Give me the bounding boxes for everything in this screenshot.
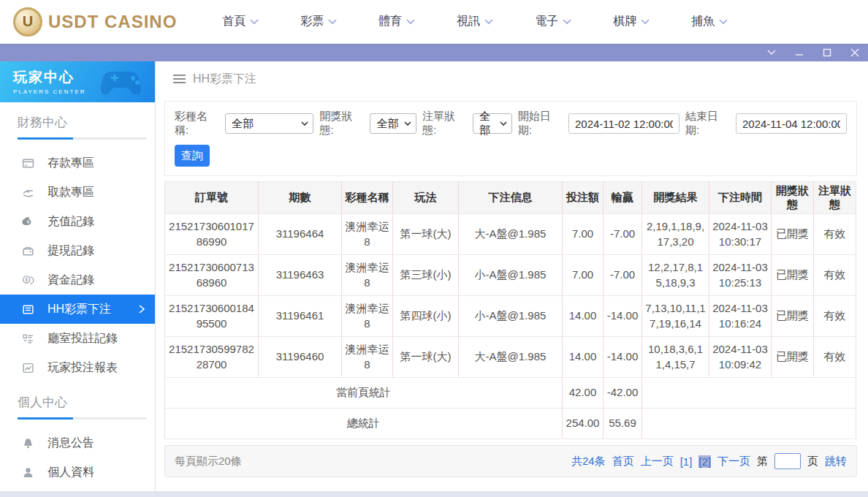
- bottom-strip: [0, 491, 868, 497]
- col-order-status: 注單狀態: [814, 182, 856, 214]
- sidebar-item-change-password[interactable]: 修改密碼: [0, 487, 155, 491]
- cell-lottery-name: 澳洲幸运8: [342, 255, 393, 296]
- section-title-personal: 個人中心: [18, 394, 155, 411]
- hamburger-menu-icon[interactable]: [173, 75, 186, 83]
- page-summary-label: 當前頁統計: [165, 378, 563, 409]
- col-order-no: 訂單號: [165, 182, 259, 214]
- cell-play-type: 第四球(小): [393, 296, 459, 337]
- sidebar-item-label: 消息公告: [47, 436, 94, 451]
- money-bag-icon: ¥: [22, 216, 34, 228]
- window-minimize-icon[interactable]: [793, 48, 805, 58]
- chevron-right-icon: [139, 305, 145, 314]
- sidebar-item-withdrawal-records[interactable]: 提現記錄: [0, 236, 155, 265]
- goto-jump-link[interactable]: 跳转: [825, 455, 847, 468]
- draw-status-select-value: 全部: [376, 117, 398, 131]
- main-nav: 首頁 彩票 體育 視訊 電子 棋牌 捕魚: [222, 14, 728, 29]
- sidebar-item-label: 取款專區: [47, 185, 94, 200]
- draw-status-filter-label: 開獎狀態:: [319, 110, 364, 137]
- svg-text:¥: ¥: [27, 219, 30, 224]
- col-bet-time: 下注時間: [709, 182, 772, 214]
- sidebar-item-label: 資金記錄: [47, 273, 94, 288]
- bank-card-icon: [22, 157, 34, 170]
- section-underline: [18, 417, 146, 420]
- sidebar-item-hh-lottery-bets[interactable]: HH彩票下注: [0, 295, 155, 324]
- sidebar-item-profile[interactable]: 個人資料: [0, 458, 155, 487]
- cell-bet-amount: 7.00: [563, 255, 604, 296]
- nav-item-video[interactable]: 視訊: [457, 14, 493, 29]
- cell-issue: 31196464: [259, 214, 342, 255]
- end-date-input[interactable]: [736, 113, 847, 134]
- goto-page-input[interactable]: [774, 453, 801, 469]
- cell-draw-status: 已開獎: [772, 337, 814, 378]
- sidebar-item-withdraw-zone[interactable]: 取款專區: [0, 178, 155, 207]
- cell-draw-status: 已開獎: [772, 255, 814, 296]
- col-draw-result: 開獎結果: [642, 182, 709, 214]
- chevron-down-icon: [250, 19, 259, 25]
- total-count-text: 共24条: [571, 455, 606, 468]
- page-2-link-current[interactable]: [2]: [698, 455, 711, 468]
- cell-bet-info: 大-A盤@1.985: [459, 337, 563, 378]
- first-page-link[interactable]: 首页: [612, 455, 634, 468]
- page-1-link[interactable]: [1]: [680, 455, 693, 468]
- sidebar-item-label: 玩家投注報表: [47, 360, 118, 376]
- nav-label: 棋牌: [613, 14, 636, 29]
- next-page-link[interactable]: 下一页: [717, 455, 750, 468]
- sidebar-item-announcements[interactable]: 消息公告: [0, 428, 155, 458]
- sidebar-item-deposit-zone[interactable]: 存款專區: [0, 148, 155, 178]
- cell-play-type: 第三球(小): [393, 255, 459, 296]
- end-date-label: 結束日期:: [685, 110, 730, 137]
- bets-table: 訂單號 期數 彩種名稱 玩法 下注信息 投注額 輸贏 開獎結果 下注時間 開獎狀…: [164, 181, 856, 439]
- brand-logo[interactable]: U USDT CASINO: [13, 7, 177, 37]
- cell-bet-amount: 14.00: [563, 337, 604, 378]
- coins-icon: $: [22, 274, 34, 287]
- window-close-icon[interactable]: [849, 48, 861, 58]
- nav-item-fishing[interactable]: 捕魚: [691, 14, 728, 29]
- cell-winloss: -7.00: [604, 255, 642, 296]
- nav-item-home[interactable]: 首頁: [222, 14, 259, 29]
- nav-item-cards[interactable]: 棋牌: [613, 14, 650, 29]
- cell-play-type: 第一球(大): [393, 337, 459, 378]
- sidebar-item-fund-records[interactable]: $ 資金記錄: [0, 265, 155, 295]
- sidebar-item-player-bet-report[interactable]: 玩家投注報表: [0, 353, 155, 382]
- gamepad-icon: [101, 66, 148, 99]
- sidebar-item-hall-bet-records[interactable]: 廳室投註記錄: [0, 324, 155, 353]
- cell-bet-time: 2024-11-03 10:16:24: [709, 296, 772, 337]
- cell-order-status: 有效: [814, 214, 856, 255]
- nav-item-lottery[interactable]: 彩票: [300, 14, 337, 29]
- col-issue: 期數: [259, 182, 342, 214]
- cell-bet-time: 2024-11-03 10:25:13: [709, 255, 772, 296]
- brand-logo-icon: U: [13, 7, 42, 37]
- lottery-select[interactable]: 全部: [225, 113, 314, 134]
- table-row: 2152173059978228700 31196460 澳洲幸运8 第一球(大…: [165, 337, 856, 378]
- cell-draw-result: 12,2,17,8,15,18,9,3: [642, 255, 709, 296]
- prev-page-link[interactable]: 上一页: [641, 455, 674, 468]
- nav-label: 電子: [535, 14, 558, 29]
- cell-order-no: 2152173060071368960: [165, 255, 259, 296]
- total-summary-empty: [642, 409, 856, 439]
- goto-prefix: 第: [757, 455, 768, 468]
- nav-item-sports[interactable]: 體育: [378, 14, 415, 29]
- order-status-select[interactable]: 全部: [473, 113, 512, 134]
- sidebar-item-label: HH彩票下注: [47, 302, 126, 317]
- window-maximize-icon[interactable]: [821, 48, 833, 58]
- window-dropdown-icon[interactable]: [766, 48, 777, 58]
- start-date-input[interactable]: [568, 113, 679, 134]
- wallet-icon: [22, 245, 34, 257]
- search-button[interactable]: 查詢: [175, 145, 210, 167]
- report-chart-icon: [22, 362, 34, 374]
- nav-item-slots[interactable]: 電子: [535, 14, 571, 29]
- cell-bet-info: 大-A盤@1.985: [459, 214, 563, 255]
- section-underline: [18, 137, 146, 140]
- cell-winloss: -14.00: [604, 296, 642, 337]
- table-header-row: 訂單號 期數 彩種名稱 玩法 下注信息 投注額 輸贏 開獎結果 下注時間 開獎狀…: [165, 182, 856, 214]
- sidebar-item-recharge-records[interactable]: ¥ 充值記錄: [0, 207, 155, 236]
- page-size-text: 每頁顯示20條: [175, 455, 242, 468]
- cell-play-type: 第一球(大): [393, 214, 459, 255]
- table-row: 2152173060101786990 31196464 澳洲幸运8 第一球(大…: [165, 214, 856, 255]
- chevron-down-icon: [641, 19, 650, 25]
- cell-order-no: 2152173060101786990: [165, 214, 259, 255]
- draw-status-select[interactable]: 全部: [370, 113, 416, 134]
- cell-bet-time: 2024-11-03 10:30:17: [709, 214, 772, 255]
- sidebar-header: 玩家中心 PLAYERS CENTER: [0, 61, 155, 102]
- section-title-finance: 財務中心: [18, 114, 155, 131]
